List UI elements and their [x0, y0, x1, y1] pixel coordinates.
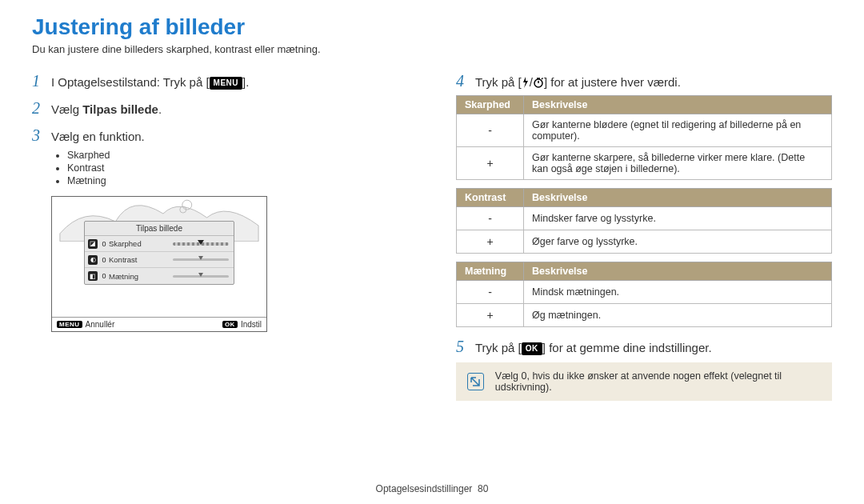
footer-section: Optagelsesindstillinger: [376, 483, 473, 494]
desc-cell: Gør kanterne skarpere, så billederne vir…: [524, 147, 832, 180]
panel-value: 0: [101, 272, 107, 280]
sign-cell: -: [457, 207, 524, 230]
svg-line-5: [542, 78, 543, 80]
step-1-text-prefix: I Optagelsestilstand: Tryk på [: [51, 75, 210, 89]
right-column: 4 Tryk på [/] for at justere hver værdi.…: [456, 65, 832, 401]
panel-row-sharpness: ◪ 0 Skarphed: [85, 236, 234, 252]
desc-cell: Gør kanterne blødere (egnet til redigeri…: [524, 114, 832, 147]
desc-cell: Øg mætningen.: [524, 304, 832, 327]
th-name: Mætning: [457, 262, 524, 281]
step-number: 3: [32, 124, 51, 146]
table-saturation: MætningBeskrivelse -Mindsk mætningen. +Ø…: [456, 262, 832, 327]
step-3: 3 Vælg en funktion.: [32, 124, 408, 146]
th-desc: Beskrivelse: [524, 262, 832, 281]
adjust-panel: Tilpas billede ◪ 0 Skarphed ◐ 0 Kontrast: [84, 221, 234, 285]
step-5-suffix: ] for at gemme dine indstillinger.: [542, 341, 712, 354]
step-3-text: Vælg en funktion.: [51, 128, 408, 145]
list-item: Kontrast: [67, 162, 408, 174]
step-2-suffix: .: [158, 102, 162, 116]
cancel-label: Annullér: [86, 320, 115, 329]
step-5-prefix: Tryk på [: [475, 341, 522, 354]
step-4-suffix: ] for at justere hver værdi.: [544, 75, 681, 89]
sign-cell: +: [457, 230, 524, 254]
sharpness-icon: ◪: [88, 239, 98, 249]
function-list: Skarphed Kontrast Mætning: [59, 150, 408, 186]
flash-icon: [522, 77, 530, 88]
slider: [173, 252, 229, 267]
ok-badge-icon: OK: [522, 342, 542, 355]
desc-cell: Øger farve og lysstyrke.: [524, 230, 832, 254]
step-4: 4 Tryk på [/] for at justere hver værdi.: [456, 70, 832, 92]
note-icon: [467, 373, 484, 390]
th-desc: Beskrivelse: [524, 189, 832, 207]
footer-page: 80: [478, 483, 488, 494]
left-column: 1 I Optagelsestilstand: Tryk på [MENU]. …: [32, 65, 408, 401]
sign-cell: -: [457, 114, 524, 147]
menu-badge-icon: MENU: [57, 321, 82, 328]
th-name: Skarphed: [457, 96, 524, 114]
panel-label: Kontrast: [109, 255, 137, 264]
panel-value: 0: [101, 240, 107, 248]
step-2: 2 Vælg Tilpas billede.: [32, 97, 408, 119]
step-number: 5: [456, 335, 475, 358]
sign-cell: +: [457, 147, 524, 180]
list-item: Mætning: [67, 175, 408, 186]
panel-label: Skarphed: [109, 239, 142, 248]
sign-cell: -: [457, 281, 524, 304]
note-box: Vælg 0, hvis du ikke ønsker at anvende n…: [456, 362, 832, 401]
desc-cell: Mindsk mætningen.: [524, 281, 832, 304]
preview-footer: MENU Annullér OK Indstil: [52, 317, 266, 331]
step-number: 1: [32, 70, 51, 92]
step-4-prefix: Tryk på [: [475, 75, 522, 89]
panel-row-saturation: ◧ 0 Mætning: [85, 268, 234, 284]
timer-icon: [533, 77, 544, 88]
step-1: 1 I Optagelsestilstand: Tryk på [MENU].: [32, 70, 408, 92]
step-2-bold: Tilpas billede: [82, 102, 158, 116]
table-contrast: KontrastBeskrivelse -Mindsker farve og l…: [456, 188, 832, 254]
saturation-icon: ◧: [88, 271, 98, 281]
slider: [173, 268, 229, 284]
step-number: 4: [456, 70, 475, 92]
panel-label: Mætning: [109, 272, 138, 281]
desc-cell: Mindsker farve og lysstyrke.: [524, 207, 832, 230]
page-title: Justering af billeder: [32, 14, 832, 40]
page-footer: Optagelsesindstillinger 80: [0, 483, 864, 494]
note-text: Vælg 0, hvis du ikke ønsker at anvende n…: [495, 370, 821, 393]
panel-value: 0: [101, 256, 107, 264]
contrast-icon: ◐: [88, 255, 98, 265]
set-label: Indstil: [241, 320, 262, 329]
sign-cell: +: [457, 304, 524, 327]
page-subtitle: Du kan justere dine billeders skarphed, …: [32, 43, 832, 55]
table-sharpness: SkarphedBeskrivelse -Gør kanterne bløder…: [456, 95, 832, 180]
step-number: 2: [32, 97, 51, 119]
th-name: Kontrast: [457, 189, 524, 207]
slider: [173, 236, 229, 251]
menu-badge-icon: MENU: [210, 77, 242, 90]
list-item: Skarphed: [67, 150, 408, 161]
panel-title: Tilpas billede: [85, 222, 234, 236]
th-desc: Beskrivelse: [524, 96, 832, 114]
step-5: 5 Tryk på [OK] for at gemme dine indstil…: [456, 335, 832, 358]
step-2-prefix: Vælg: [51, 102, 82, 116]
camera-preview: Tilpas billede ◪ 0 Skarphed ◐ 0 Kontrast: [51, 196, 267, 332]
panel-row-contrast: ◐ 0 Kontrast: [85, 252, 234, 268]
ok-badge-icon: OK: [222, 321, 238, 328]
step-1-text-suffix: ].: [242, 75, 249, 89]
